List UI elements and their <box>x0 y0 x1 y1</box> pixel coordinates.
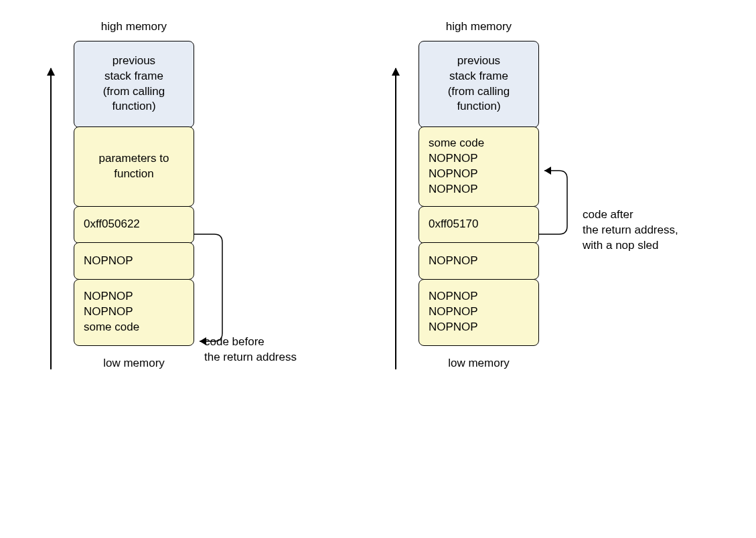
low-memory-label: low memory <box>419 357 539 370</box>
stack-cell: 0xff05170 <box>419 206 539 244</box>
stack-cell: NOPNOP <box>419 242 539 280</box>
connector-arrow-icon <box>539 151 579 244</box>
stack-cell: NOPNOP NOPNOP some code <box>74 279 194 346</box>
stack-cell: some code NOPNOP NOPNOP NOPNOP <box>419 126 539 207</box>
stack-cell: parameters to function <box>74 126 194 207</box>
connector-arrow-icon <box>194 214 234 355</box>
stack-cell: previous stack frame (from calling funct… <box>419 41 539 128</box>
arrow-up-icon <box>395 68 396 369</box>
stack-cell: NOPNOP NOPNOP NOPNOP <box>419 279 539 346</box>
right-diagram: high memory previous stack frame (from c… <box>395 20 730 370</box>
stack-cell: 0xff050622 <box>74 206 194 244</box>
annotation-left: code before the return address <box>204 335 297 365</box>
annotation-right: code after the return address, with a no… <box>583 207 678 254</box>
low-memory-label: low memory <box>74 357 194 370</box>
stack-cell: previous stack frame (from calling funct… <box>74 41 194 128</box>
arrow-up-icon <box>50 68 52 369</box>
left-diagram: high memory previous stack frame (from c… <box>50 20 345 370</box>
high-memory-label: high memory <box>419 20 539 33</box>
stack-cell: NOPNOP <box>74 242 194 280</box>
high-memory-label: high memory <box>74 20 194 33</box>
svg-marker-1 <box>544 167 551 175</box>
